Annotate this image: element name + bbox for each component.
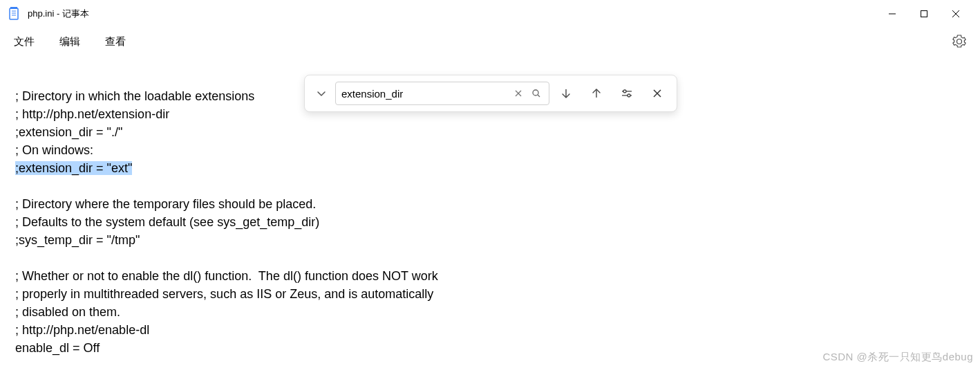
menu-view[interactable]: 查看 — [105, 35, 126, 48]
find-prev-button[interactable] — [583, 80, 610, 107]
svg-rect-6 — [921, 11, 927, 17]
svg-rect-0 — [10, 8, 18, 19]
watermark: CSDN @杀死一只知更鸟debug — [822, 351, 973, 364]
editor-line: ; On windows: — [15, 143, 93, 157]
notepad-icon — [8, 7, 19, 21]
menu-file[interactable]: 文件 — [14, 35, 35, 48]
editor-line: ; Defaults to the system default (see sy… — [15, 215, 319, 229]
find-close-button[interactable] — [643, 80, 671, 107]
editor-line: ; http://php.net/enable-dl — [15, 323, 149, 337]
editor-line: ; Whether or not to enable the dl() func… — [15, 269, 438, 283]
gear-icon — [952, 35, 966, 48]
close-icon — [514, 89, 522, 98]
editor-line: ; properly in multithreaded servers, suc… — [15, 287, 433, 301]
editor-line: ;extension_dir = "./" — [15, 125, 122, 139]
menu-edit[interactable]: 编辑 — [59, 35, 80, 48]
find-bar — [304, 75, 677, 112]
sliders-icon — [621, 87, 633, 100]
editor-line-highlighted: ;extension_dir = "ext" — [15, 161, 132, 175]
find-search-button[interactable] — [529, 86, 543, 100]
svg-point-11 — [533, 90, 538, 95]
editor-line: ; http://php.net/extension-dir — [15, 107, 169, 121]
find-input[interactable] — [341, 88, 507, 100]
svg-line-12 — [538, 95, 540, 97]
editor-line: ; Directory where the temporary files sh… — [15, 197, 316, 211]
minimize-button[interactable] — [876, 3, 908, 25]
editor-line: ;sys_temp_dir = "/tmp" — [15, 233, 140, 247]
editor-line: ; disabled on them. — [15, 305, 120, 319]
svg-point-16 — [623, 90, 626, 93]
settings-button[interactable] — [952, 35, 966, 48]
find-next-button[interactable] — [552, 80, 580, 107]
close-icon — [652, 89, 662, 98]
find-expand-button[interactable] — [310, 82, 332, 104]
find-input-wrap — [335, 82, 549, 105]
window-title: php.ini - 记事本 — [28, 8, 876, 20]
editor-line: enable_dl = Off — [15, 341, 100, 355]
svg-rect-4 — [10, 7, 17, 9]
maximize-button[interactable] — [908, 3, 940, 25]
arrow-down-icon — [560, 88, 572, 99]
close-button[interactable] — [940, 3, 972, 25]
find-options-button[interactable] — [613, 80, 641, 107]
arrow-up-icon — [591, 88, 602, 99]
menubar: 文件 编辑 查看 — [0, 28, 980, 55]
search-icon — [531, 89, 541, 98]
editor-line: ; Directory in which the loadable extens… — [15, 89, 254, 103]
titlebar: php.ini - 记事本 — [0, 0, 980, 28]
svg-point-18 — [628, 94, 630, 97]
find-clear-button[interactable] — [511, 86, 525, 100]
window-controls — [876, 3, 972, 25]
chevron-down-icon — [317, 89, 326, 98]
